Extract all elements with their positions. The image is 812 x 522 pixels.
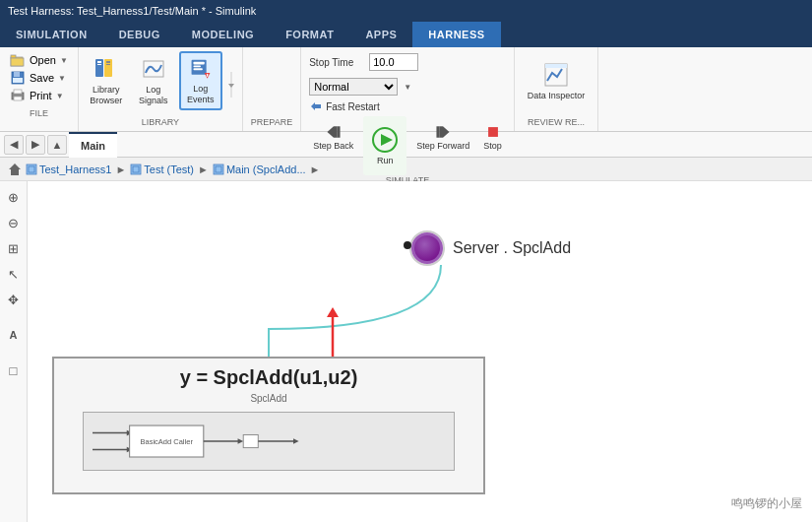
svg-rect-7 [14,90,22,94]
home-icon [8,163,22,176]
svg-rect-25 [334,126,337,137]
step-forward-button[interactable]: Step Forward [412,121,473,170]
tab-bar: SIMULATION DEBUG MODELING FORMAT APPS HA… [0,22,812,47]
data-inspector-button[interactable]: Data Inspector [523,51,591,110]
svg-rect-40 [214,164,223,174]
breadcrumb-item-2[interactable]: Main (SpclAdd... [213,163,306,175]
open-dropdown-arrow[interactable]: ▼ [60,56,68,65]
data-inspector-label: Data Inspector [528,91,586,101]
library-group-expander [226,51,236,117]
main-block[interactable]: y = SpclAdd(u1,u2) SpclAdd BasicAdd Call… [52,357,485,494]
breadcrumb-end-arrow: ► [310,163,321,175]
log-events-icon [187,56,215,82]
main-block-subtitle: SpclAdd [250,393,286,404]
prepare-group: PREPARE [243,47,301,131]
print-icon [10,89,26,102]
svg-marker-29 [443,126,450,137]
breadcrumb-item-1[interactable]: Test (Test) [130,163,194,175]
svg-marker-35 [9,163,21,175]
watermark: 鸣鸣锣的小屋 [731,495,802,512]
library-browser-icon [93,55,120,83]
file-group-label: FILE [6,108,72,118]
server-dot [411,232,443,264]
pan-tool-button[interactable]: ✥ [2,288,26,311]
nav-back-button[interactable]: ◀ [4,135,24,155]
title-text: Test Harness: Test_Harness1/Test/Main * … [8,5,256,17]
sim-buttons-row: Step Back Run Step Forward [309,116,506,175]
library-browser-label: LibraryBrowser [90,85,122,106]
nav-up-button[interactable]: ▲ [47,135,67,155]
run-button[interactable]: Run [363,116,406,175]
step-back-icon [325,123,343,141]
tab-debug[interactable]: DEBUG [103,22,176,47]
zoom-out-button[interactable]: ⊖ [2,211,26,234]
log-signals-label: LogSignals [139,85,168,106]
fit-view-button[interactable]: ⊞ [2,236,26,260]
main-block-equation: y = SpclAdd(u1,u2) [180,366,358,389]
main-block-inner: BasicAdd Caller [83,412,455,471]
zoom-in-button[interactable]: ⊕ [2,185,26,209]
tab-simulation[interactable]: SIMULATION [0,22,103,47]
print-dropdown-arrow[interactable]: ▼ [56,92,64,100]
svg-rect-17 [193,62,204,65]
server-connection-point [404,241,411,249]
svg-text:BasicAdd Caller: BasicAdd Caller [141,436,194,445]
tab-apps[interactable]: APPS [349,22,412,47]
normal-row: Normal ▼ [309,76,506,98]
breadcrumb-icon-1 [130,163,142,175]
svg-marker-52 [238,438,244,444]
diagram-content: Server . SpclAdd y = SpclAdd(u1,u2) Spcl… [28,181,812,522]
svg-rect-11 [97,61,101,63]
tab-harness[interactable]: HARNESS [412,22,500,47]
log-events-button[interactable]: LogEvents [179,51,222,110]
left-toolbar: ⊕ ⊖ ⊞ ↖ ✥ A □ [0,181,28,522]
print-button[interactable]: Print ▼ [6,87,72,104]
svg-marker-44 [327,307,339,317]
mini-diagram-svg: BasicAdd Caller [93,415,444,469]
review-group-label: REVIEW RE... [523,117,591,127]
text-tool-button[interactable]: A [2,323,26,347]
stop-time-row: Stop Time [309,51,506,73]
breadcrumb-sep-1: ► [115,163,126,175]
svg-rect-12 [97,64,101,65]
tab-modeling[interactable]: MODELING [176,22,270,47]
run-icon [371,126,399,154]
stop-time-input[interactable] [369,53,418,71]
simulate-group: Stop Time Normal ▼ Fast Restart [301,47,515,131]
open-icon [10,53,26,67]
svg-rect-5 [13,78,23,83]
select-tool-button[interactable]: ↖ [2,262,26,286]
normal-dropdown-arrow[interactable]: ▼ [404,83,411,92]
title-bar: Test Harness: Test_Harness1/Test/Main * … [0,0,812,22]
svg-rect-1 [11,55,16,58]
port-tool-button[interactable]: □ [2,359,26,382]
file-group: Open ▼ Save ▼ Print ▼ FILE [0,47,79,131]
server-label: Server . SpclAdd [453,239,571,257]
svg-rect-36 [27,164,36,174]
ribbon: Open ▼ Save ▼ Print ▼ FILE [0,47,812,132]
library-browser-button[interactable]: LibraryBrowser [85,51,128,110]
fast-restart-icon [309,100,323,112]
svg-rect-34 [545,64,567,68]
nav-forward-button[interactable]: ▶ [26,135,45,155]
tab-format[interactable]: FORMAT [270,22,349,47]
log-signals-icon [140,55,167,83]
sub-tab-main[interactable]: Main [69,132,117,158]
svg-rect-14 [106,64,110,65]
svg-rect-19 [193,68,202,70]
stop-label: Stop [483,141,502,151]
stop-button[interactable]: Stop [479,121,506,170]
step-forward-label: Step Forward [416,141,469,151]
log-events-label: LogEvents [187,84,215,105]
server-node: Server . SpclAdd [411,232,571,264]
log-signals-button[interactable]: LogSignals [132,51,175,110]
simulation-mode-select[interactable]: Normal [309,78,398,96]
svg-rect-8 [14,97,22,100]
data-inspector-icon [542,61,570,89]
fast-restart-label: Fast Restart [326,101,379,112]
save-button[interactable]: Save ▼ [6,69,72,87]
step-forward-icon [434,123,452,141]
open-button[interactable]: Open ▼ [6,51,72,69]
save-dropdown-arrow[interactable]: ▼ [58,74,66,83]
breadcrumb-item-0[interactable]: Test_Harness1 [26,163,111,175]
